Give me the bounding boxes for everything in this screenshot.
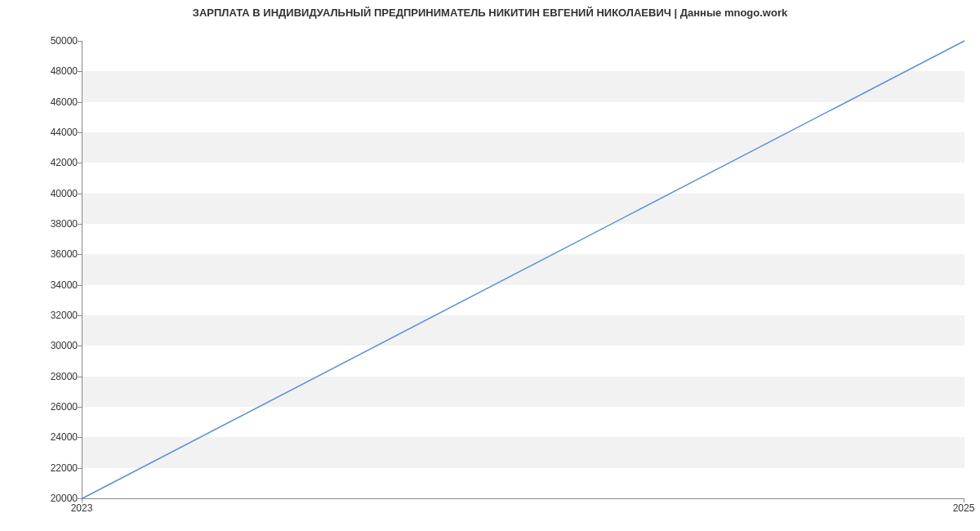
y-tick-label: 48000 xyxy=(29,65,78,77)
y-tick-label: 30000 xyxy=(29,340,78,351)
x-tick-mark xyxy=(964,498,964,502)
y-tick-mark xyxy=(78,315,82,316)
y-tick-label: 46000 xyxy=(29,96,78,108)
y-tick-mark xyxy=(78,254,82,255)
y-tick-mark xyxy=(78,163,82,163)
y-tick-mark xyxy=(78,468,82,469)
y-tick-mark xyxy=(78,437,82,438)
y-tick-mark xyxy=(78,377,82,377)
y-tick-mark xyxy=(78,285,82,286)
y-tick-label: 24000 xyxy=(29,431,78,443)
y-tick-label: 44000 xyxy=(29,127,78,138)
y-tick-label: 38000 xyxy=(29,218,78,230)
x-tick-label: 2023 xyxy=(71,502,93,514)
y-tick-label: 36000 xyxy=(29,248,78,260)
y-tick-mark xyxy=(78,194,82,194)
x-tick-label: 2025 xyxy=(953,502,975,514)
y-tick-label: 40000 xyxy=(29,188,78,199)
line-series xyxy=(82,41,964,498)
y-tick-mark xyxy=(78,41,82,42)
y-tick-label: 42000 xyxy=(29,157,78,168)
y-tick-label: 34000 xyxy=(29,279,78,291)
chart-title: ЗАРПЛАТА В ИНДИВИДУАЛЬНЫЙ ПРЕДПРИНИМАТЕЛ… xyxy=(0,7,980,19)
plot-area xyxy=(82,41,964,499)
y-tick-mark xyxy=(78,224,82,225)
y-tick-label: 28000 xyxy=(29,371,78,382)
y-tick-mark xyxy=(78,102,82,103)
y-tick-label: 26000 xyxy=(29,401,78,413)
y-tick-label: 22000 xyxy=(29,462,78,474)
y-tick-mark xyxy=(78,71,82,72)
chart-container: ЗАРПЛАТА В ИНДИВИДУАЛЬНЫЙ ПРЕДПРИНИМАТЕЛ… xyxy=(0,0,980,531)
y-tick-mark xyxy=(78,407,82,408)
y-tick-label: 32000 xyxy=(29,310,78,321)
y-tick-mark xyxy=(78,346,82,346)
y-tick-mark xyxy=(78,132,82,133)
x-tick-mark xyxy=(82,498,82,502)
y-tick-label: 50000 xyxy=(29,35,78,47)
